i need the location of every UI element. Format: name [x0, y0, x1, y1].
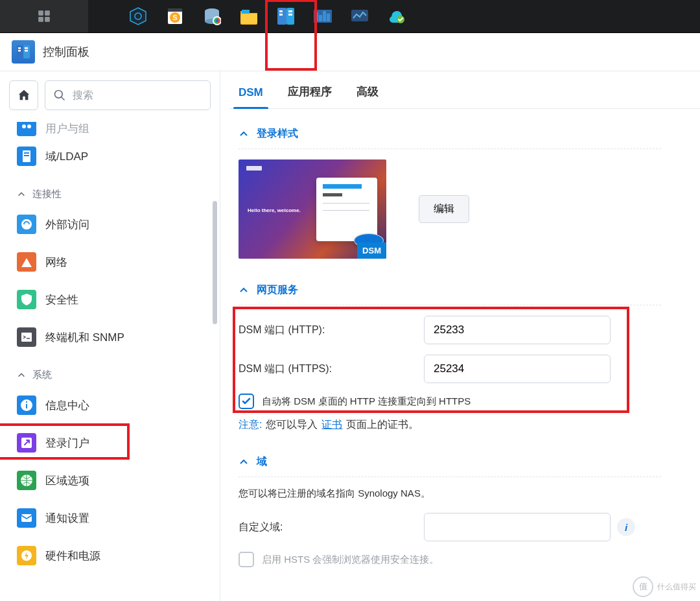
- svg-rect-26: [323, 11, 326, 21]
- https-redirect-label: 自动将 DSM 桌面的 HTTP 连接重定向到 HTTPS: [262, 395, 471, 408]
- sidebar-item-label: 安全性: [45, 292, 78, 307]
- https-port-input[interactable]: [424, 355, 611, 383]
- checkbox-disabled-icon: [239, 552, 254, 567]
- sidebar-item-domain-ldap[interactable]: 域/LDAP: [0, 137, 220, 175]
- svg-rect-0: [38, 10, 43, 16]
- sidebar-item-login-portal[interactable]: 登录门户: [0, 424, 220, 462]
- section-login-style-header[interactable]: 登录样式: [239, 121, 661, 149]
- section-domain-header[interactable]: 域: [239, 449, 661, 477]
- main-menu-button[interactable]: [0, 0, 88, 32]
- taskbar-app-1-icon[interactable]: [128, 6, 148, 27]
- sidebar-item-label: 域/LDAP: [45, 149, 88, 164]
- svg-rect-25: [319, 15, 322, 21]
- edit-login-style-button[interactable]: 编辑: [419, 195, 469, 223]
- sidebar-list: 用户与组域/LDAP连接性外部访问网络安全性终端机和 SNMP系统信息中心登录门…: [0, 119, 220, 601]
- taskbar-file-station-icon[interactable]: [239, 6, 259, 27]
- login-style-preview: Hello there, welcome. DSM: [239, 159, 386, 259]
- svg-rect-17: [277, 8, 286, 25]
- svg-line-37: [62, 97, 65, 100]
- taskbar-app-2-icon[interactable]: S: [165, 6, 185, 27]
- custom-domain-input[interactable]: [424, 513, 611, 541]
- dsm-badge: DSM: [357, 242, 386, 259]
- sidebar-item-network[interactable]: 网络: [0, 243, 220, 281]
- sidebar-section-connectivity[interactable]: 连接性: [0, 175, 220, 206]
- custom-domain-label: 自定义域:: [239, 521, 424, 534]
- scrollbar-thumb[interactable]: [213, 201, 217, 324]
- section-web-service-header[interactable]: 网页服务: [239, 277, 661, 305]
- svg-rect-3: [45, 17, 50, 22]
- tab-dsm[interactable]: DSM: [239, 86, 263, 108]
- section-web-service-title: 网页服务: [257, 283, 298, 297]
- svg-rect-18: [286, 8, 294, 25]
- sidebar-item-security[interactable]: 安全性: [0, 281, 220, 318]
- svg-rect-39: [24, 152, 29, 154]
- section-domain-title: 域: [257, 455, 267, 469]
- svg-rect-35: [25, 50, 28, 52]
- sidebar-item-label: 区域选项: [45, 473, 89, 488]
- home-button[interactable]: [9, 80, 38, 110]
- tab-bar: DSM应用程序高级: [229, 71, 700, 109]
- sidebar-item-label: 通知设置: [45, 511, 89, 526]
- svg-rect-16: [242, 10, 250, 14]
- http-port-input[interactable]: [424, 316, 611, 344]
- svg-rect-40: [24, 155, 29, 156]
- hsts-label: 启用 HSTS 会强制浏览器使用安全连接。: [262, 554, 439, 566]
- search-box[interactable]: [45, 80, 211, 110]
- chevron-up-icon: [239, 457, 249, 467]
- sidebar-item-notification[interactable]: 通知设置: [0, 499, 220, 537]
- svg-rect-22: [288, 14, 292, 16]
- svg-rect-20: [279, 14, 283, 16]
- sidebar-item-hardware-power[interactable]: 硬件和电源: [0, 537, 220, 574]
- window-header: 控制面板: [0, 32, 700, 71]
- control-panel-icon: [12, 40, 35, 64]
- svg-rect-15: [240, 14, 257, 24]
- tab-advanced[interactable]: 高级: [356, 84, 379, 108]
- svg-rect-45: [26, 401, 27, 403]
- sidebar-item-label: 用户与组: [45, 122, 89, 136]
- sidebar-item-info-center[interactable]: 信息中心: [0, 386, 220, 424]
- svg-rect-32: [18, 47, 21, 49]
- search-input[interactable]: [73, 89, 202, 101]
- checkbox-checked-icon: [239, 394, 254, 409]
- svg-rect-2: [38, 17, 43, 22]
- svg-rect-42: [21, 333, 32, 342]
- taskbar-app-6-icon[interactable]: [312, 6, 333, 27]
- sidebar-item-label: 外部访问: [45, 217, 89, 232]
- sidebar-section-system[interactable]: 系统: [0, 356, 220, 386]
- sidebar-item-user-group[interactable]: 用户与组: [0, 122, 220, 137]
- https-redirect-checkbox-row[interactable]: 自动将 DSM 桌面的 HTTP 连接重定向到 HTTPS: [239, 394, 661, 409]
- cert-link[interactable]: 证书: [321, 418, 342, 432]
- sidebar-item-label: 硬件和电源: [45, 548, 100, 563]
- sidebar-item-label: 登录门户: [45, 436, 89, 451]
- sidebar-item-label: 信息中心: [45, 398, 89, 413]
- svg-rect-21: [288, 10, 292, 12]
- info-icon[interactable]: i: [617, 518, 635, 536]
- sidebar-item-external-access[interactable]: 外部访问: [0, 206, 220, 243]
- svg-rect-24: [315, 12, 318, 21]
- taskbar-control-panel-icon[interactable]: [275, 6, 296, 27]
- svg-rect-7: [168, 8, 182, 12]
- sidebar-item-label: 网络: [45, 255, 67, 270]
- window-title: 控制面板: [43, 44, 89, 60]
- sidebar-item-terminal-snmp[interactable]: 终端机和 SNMP: [0, 318, 220, 356]
- chevron-up-icon: [17, 371, 26, 380]
- svg-rect-44: [26, 404, 27, 408]
- https-port-label: DSM 端口 (HTTPS):: [239, 362, 424, 376]
- svg-rect-48: [21, 514, 32, 522]
- taskbar-app-3-icon[interactable]: [202, 6, 222, 27]
- svg-point-41: [21, 219, 32, 230]
- search-icon: [53, 89, 66, 102]
- svg-rect-33: [18, 50, 21, 52]
- chevron-up-icon: [239, 285, 249, 296]
- tab-apps[interactable]: 应用程序: [288, 84, 332, 108]
- sidebar-item-region-option[interactable]: 区域选项: [0, 462, 220, 499]
- taskbar-app-8-icon[interactable]: [386, 6, 407, 27]
- svg-rect-27: [327, 14, 330, 21]
- svg-rect-34: [25, 47, 28, 49]
- svg-marker-4: [130, 8, 146, 25]
- http-port-label: DSM 端口 (HTTP):: [239, 324, 424, 337]
- sidebar: 用户与组域/LDAP连接性外部访问网络安全性终端机和 SNMP系统信息中心登录门…: [0, 71, 220, 601]
- section-login-style-title: 登录样式: [257, 127, 298, 141]
- taskbar-app-7-icon[interactable]: [349, 6, 370, 27]
- svg-text:S: S: [172, 14, 177, 21]
